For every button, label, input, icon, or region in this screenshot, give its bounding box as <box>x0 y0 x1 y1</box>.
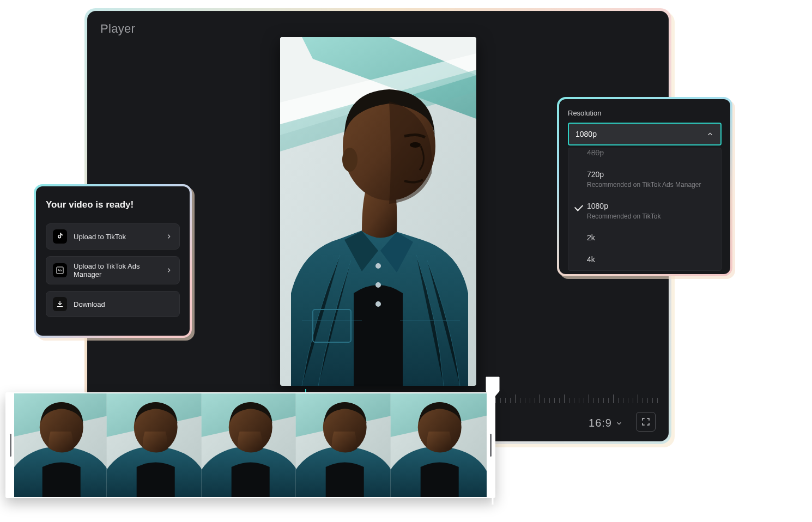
timeline-thumbnail <box>108 393 203 497</box>
resolution-option-list: 480p 720p Recommended on TikTok Ads Mana… <box>568 148 722 271</box>
resolution-label: Resolution <box>568 109 722 117</box>
resolution-popover-card: Resolution 1080p 480p 720p Recommended o… <box>557 97 732 276</box>
aspect-ratio-button[interactable]: 16:9 <box>589 417 623 429</box>
resolution-option-2k[interactable]: 2k <box>568 227 721 248</box>
timeline-thumbnail <box>14 393 108 497</box>
preview-image <box>280 37 476 386</box>
chevron-down-icon <box>615 420 623 427</box>
resolution-option-4k[interactable]: 4k <box>568 248 721 270</box>
svg-point-7 <box>375 282 381 288</box>
video-preview[interactable] <box>280 37 476 386</box>
upload-to-ads-label: Upload to TikTok Ads Manager <box>74 262 159 278</box>
fullscreen-icon <box>641 417 651 427</box>
resolution-popover: Resolution 1080p 480p 720p Recommended o… <box>559 99 730 274</box>
export-panel: Your video is ready! Upload to TikTok Ad… <box>36 186 190 336</box>
resolution-select[interactable]: 1080p <box>568 123 722 145</box>
timeline-thumbnail <box>392 393 487 497</box>
chevron-right-icon <box>165 233 173 240</box>
export-title: Your video is ready! <box>46 199 180 210</box>
resolution-selected-value: 1080p <box>575 130 597 138</box>
timeline-clip[interactable] <box>5 392 495 498</box>
resolution-option-480p[interactable]: 480p <box>568 148 721 163</box>
chevron-up-icon <box>706 130 714 138</box>
resolution-option-1080p[interactable]: 1080p Recommended on TikTok <box>568 195 721 227</box>
timeline-thumbnail <box>203 393 298 497</box>
export-panel-card: Your video is ready! Upload to TikTok Ad… <box>34 184 192 338</box>
clip-handle-left[interactable] <box>7 393 14 497</box>
aspect-ratio-label: 16:9 <box>589 417 612 429</box>
upload-to-tiktok-label: Upload to TikTok <box>74 233 159 241</box>
chevron-right-icon <box>165 266 173 274</box>
svg-point-11 <box>410 142 421 148</box>
clip-handle-right[interactable] <box>487 393 494 497</box>
download-label: Download <box>74 300 173 308</box>
timeline-thumbnail <box>298 393 392 497</box>
fullscreen-button[interactable] <box>636 412 656 432</box>
svg-text:Ads: Ads <box>58 269 63 272</box>
download-button[interactable]: Download <box>46 291 180 317</box>
tiktok-icon <box>53 229 67 244</box>
svg-point-10 <box>342 148 357 172</box>
upload-to-tiktok-button[interactable]: Upload to TikTok <box>46 223 180 250</box>
timeline-frames <box>14 393 487 497</box>
upload-to-ads-manager-button[interactable]: Ads Upload to TikTok Ads Manager <box>46 256 180 284</box>
svg-point-8 <box>375 301 381 307</box>
svg-point-6 <box>375 263 381 269</box>
resolution-option-720p[interactable]: 720p Recommended on TikTok Ads Manager <box>568 163 721 195</box>
player-title: Player <box>100 22 135 36</box>
tiktok-ads-icon: Ads <box>53 263 67 277</box>
download-icon <box>53 297 67 311</box>
